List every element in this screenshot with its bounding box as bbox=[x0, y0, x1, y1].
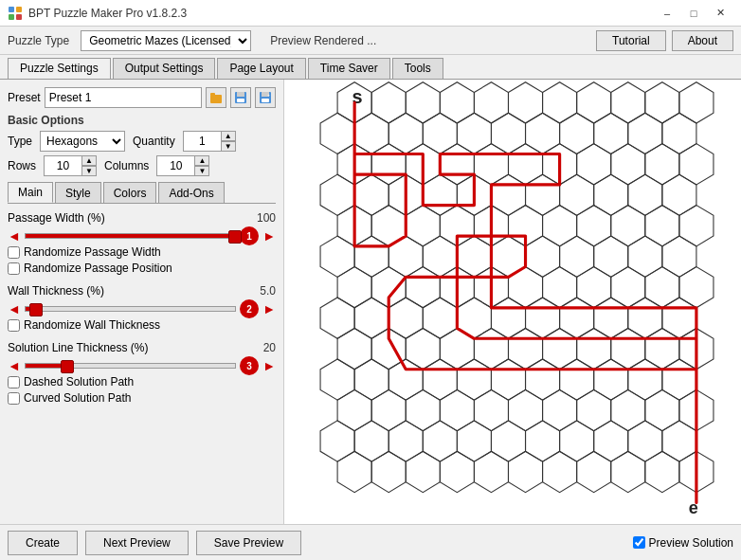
solution-line-track[interactable] bbox=[25, 363, 236, 369]
app-title: BPT Puzzle Maker Pro v1.8.2.3 bbox=[28, 7, 654, 20]
preview-solution-label[interactable]: Preview Solution bbox=[649, 536, 733, 550]
passage-width-value: 100 bbox=[243, 211, 276, 225]
inner-tab-style[interactable]: Style bbox=[55, 182, 101, 203]
tab-output-settings[interactable]: Output Settings bbox=[113, 58, 216, 79]
solution-line-right-arrow[interactable]: ► bbox=[262, 358, 276, 373]
preset-saveas-button[interactable]: + bbox=[255, 87, 276, 108]
rows-row: Rows ▲ ▼ Columns ▲ ▼ bbox=[8, 155, 276, 176]
next-preview-button[interactable]: Next Preview bbox=[85, 531, 189, 555]
tab-puzzle-settings[interactable]: Puzzle Settings bbox=[8, 58, 111, 79]
rows-up-button[interactable]: ▲ bbox=[81, 155, 97, 166]
svg-rect-0 bbox=[9, 7, 14, 12]
randomize-passage-width-checkbox[interactable] bbox=[8, 246, 20, 259]
randomize-wall-thickness-checkbox[interactable] bbox=[8, 319, 20, 332]
wall-thickness-left-arrow[interactable]: ◄ bbox=[8, 301, 21, 316]
preview-solution-checkbox[interactable] bbox=[633, 536, 645, 549]
columns-input[interactable] bbox=[156, 155, 194, 176]
svg-rect-5 bbox=[210, 93, 215, 96]
inner-tab-main[interactable]: Main bbox=[8, 182, 53, 203]
randomize-wall-thickness-label[interactable]: Randomize Wall Thickness bbox=[24, 318, 160, 332]
wall-thickness-row: Wall Thickness (%) 5.0 bbox=[8, 284, 276, 298]
rows-input[interactable] bbox=[44, 155, 81, 176]
about-button[interactable]: About bbox=[672, 30, 733, 51]
preset-save-button[interactable] bbox=[230, 87, 251, 108]
basic-options-title: Basic Options bbox=[8, 114, 276, 127]
type-select[interactable]: Hexagons bbox=[40, 131, 125, 152]
svg-text:+: + bbox=[267, 92, 270, 98]
preview-status: Preview Rendered ... bbox=[259, 34, 588, 47]
curved-solution-label[interactable]: Curved Solution Path bbox=[24, 391, 131, 405]
header-buttons: Tutorial About bbox=[596, 30, 733, 51]
curved-solution-checkbox[interactable] bbox=[8, 392, 20, 405]
randomize-passage-width-row: Randomize Passage Width bbox=[8, 245, 276, 259]
svg-rect-2 bbox=[9, 14, 14, 20]
passage-width-track[interactable] bbox=[25, 233, 236, 239]
maze-preview-panel: s e bbox=[284, 80, 741, 524]
rows-down-button[interactable]: ▼ bbox=[81, 166, 97, 176]
quantity-down-button[interactable]: ▼ bbox=[221, 141, 236, 152]
preset-open-button[interactable] bbox=[206, 87, 226, 108]
quantity-input[interactable] bbox=[183, 131, 221, 152]
tab-time-saver[interactable]: Time Saver bbox=[308, 58, 390, 79]
main-tabs-bar: Puzzle Settings Output Settings Page Lay… bbox=[0, 55, 741, 80]
columns-spinner: ▲ ▼ bbox=[156, 155, 209, 176]
preset-row: Preset + bbox=[8, 87, 276, 108]
randomize-passage-position-row: Randomize Passage Position bbox=[8, 262, 276, 275]
save-preview-button[interactable]: Save Preview bbox=[196, 531, 301, 555]
preset-input[interactable] bbox=[45, 87, 202, 108]
puzzle-type-label: Puzzle Type bbox=[8, 34, 69, 47]
wall-thickness-track-row: ◄ 2 ► bbox=[8, 299, 276, 318]
inner-tabs: Main Style Colors Add-Ons bbox=[8, 182, 276, 204]
dashed-solution-label[interactable]: Dashed Solution Path bbox=[24, 375, 134, 388]
svg-rect-1 bbox=[16, 7, 22, 12]
inner-tab-colors[interactable]: Colors bbox=[103, 182, 157, 203]
close-button[interactable]: ✕ bbox=[707, 4, 733, 23]
passage-width-row: Passage Width (%) 100 bbox=[8, 211, 276, 225]
quantity-up-button[interactable]: ▲ bbox=[221, 131, 236, 141]
passage-width-label: Passage Width (%) bbox=[8, 211, 239, 225]
passage-width-section: Passage Width (%) 100 ◄ 1 ► Randomize Pa… bbox=[8, 211, 276, 275]
dashed-solution-row: Dashed Solution Path bbox=[8, 375, 276, 388]
passage-width-badge: 1 bbox=[240, 226, 259, 245]
maximize-button[interactable]: □ bbox=[680, 4, 707, 23]
maze-svg: s e bbox=[284, 80, 741, 524]
randomize-wall-thickness-row: Randomize Wall Thickness bbox=[8, 318, 276, 332]
wall-thickness-section: Wall Thickness (%) 5.0 ◄ 2 ► Randomize W… bbox=[8, 284, 276, 332]
minimize-button[interactable]: – bbox=[654, 4, 680, 23]
randomize-passage-position-label[interactable]: Randomize Passage Position bbox=[24, 262, 172, 275]
svg-rect-4 bbox=[210, 95, 222, 103]
wall-thickness-track[interactable] bbox=[25, 306, 236, 312]
menu-bar: Puzzle Type Geometric Mazes (Licensed) P… bbox=[0, 27, 741, 55]
wall-thickness-badge: 2 bbox=[240, 299, 259, 318]
solution-line-left-arrow[interactable]: ◄ bbox=[8, 358, 21, 373]
svg-rect-13 bbox=[308, 80, 718, 524]
type-label: Type bbox=[8, 135, 32, 148]
curved-solution-row: Curved Solution Path bbox=[8, 391, 276, 405]
columns-down-button[interactable]: ▼ bbox=[194, 166, 209, 176]
columns-label: Columns bbox=[104, 159, 149, 172]
randomize-passage-width-label[interactable]: Randomize Passage Width bbox=[24, 245, 161, 259]
bottom-bar: Create Next Preview Save Preview Preview… bbox=[0, 524, 741, 560]
quantity-spin-buttons: ▲ ▼ bbox=[221, 131, 236, 152]
svg-rect-11 bbox=[262, 99, 269, 102]
create-button[interactable]: Create bbox=[8, 531, 78, 555]
passage-width-right-arrow[interactable]: ► bbox=[262, 228, 276, 244]
svg-rect-7 bbox=[237, 92, 244, 97]
svg-rect-3 bbox=[16, 14, 22, 20]
solution-line-value: 20 bbox=[243, 341, 276, 354]
puzzle-type-select[interactable]: Geometric Mazes (Licensed) bbox=[81, 30, 251, 51]
wall-thickness-right-arrow[interactable]: ► bbox=[262, 301, 276, 316]
passage-width-left-arrow[interactable]: ◄ bbox=[8, 228, 21, 244]
dashed-solution-checkbox[interactable] bbox=[8, 376, 20, 388]
preset-label: Preset bbox=[8, 91, 41, 104]
tutorial-button[interactable]: Tutorial bbox=[596, 30, 666, 51]
inner-tab-addons[interactable]: Add-Ons bbox=[158, 182, 224, 203]
title-bar: BPT Puzzle Maker Pro v1.8.2.3 – □ ✕ bbox=[0, 0, 741, 27]
tab-tools[interactable]: Tools bbox=[392, 58, 443, 79]
solution-line-label: Solution Line Thickness (%) bbox=[8, 341, 239, 354]
randomize-passage-position-checkbox[interactable] bbox=[8, 262, 20, 275]
columns-up-button[interactable]: ▲ bbox=[194, 155, 209, 166]
preview-solution-row: Preview Solution bbox=[633, 536, 733, 550]
tab-page-layout[interactable]: Page Layout bbox=[217, 58, 305, 79]
type-row: Type Hexagons Quantity ▲ ▼ bbox=[8, 131, 276, 152]
